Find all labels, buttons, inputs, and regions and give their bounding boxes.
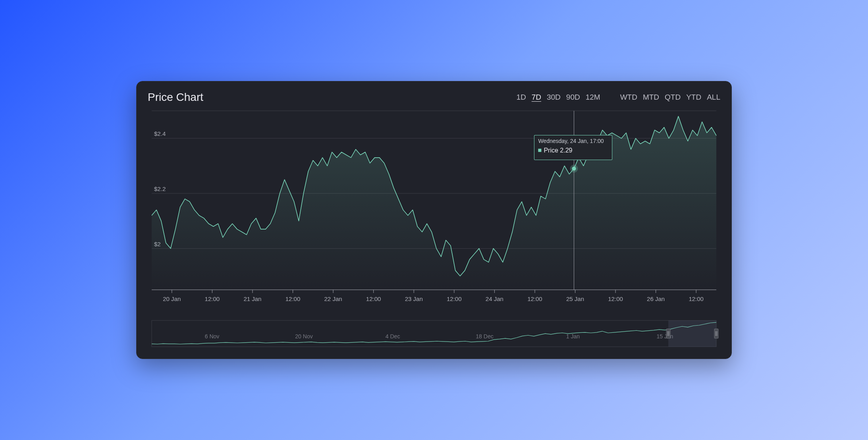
svg-text:25 Jan: 25 Jan xyxy=(566,295,584,302)
svg-text:Price 2.29: Price 2.29 xyxy=(544,146,572,153)
chart-tooltip: Wednesday, 24 Jan, 17:00 Price 2.29 xyxy=(534,135,612,160)
svg-text:$2.2: $2.2 xyxy=(154,185,166,192)
svg-text:$2.4: $2.4 xyxy=(154,130,166,137)
chart-title: Price Chart xyxy=(148,91,203,104)
range-tab-7d[interactable]: 7D xyxy=(532,93,541,102)
svg-text:12:00: 12:00 xyxy=(285,295,301,302)
range-tab-12m[interactable]: 12M xyxy=(586,93,600,102)
svg-text:Wednesday, 24 Jan, 17:00: Wednesday, 24 Jan, 17:00 xyxy=(538,138,604,144)
svg-text:20 Jan: 20 Jan xyxy=(163,295,181,302)
svg-rect-51 xyxy=(666,329,670,338)
svg-text:20 Nov: 20 Nov xyxy=(295,333,312,340)
svg-rect-41 xyxy=(538,149,541,152)
range-tab-ytd[interactable]: YTD xyxy=(686,93,701,102)
svg-text:1 Jan: 1 Jan xyxy=(566,333,580,340)
svg-point-38 xyxy=(572,166,576,170)
svg-text:18 Dec: 18 Dec xyxy=(476,333,493,340)
svg-text:12:00: 12:00 xyxy=(366,295,381,302)
price-chart-card: Price Chart 1D7D30D90D12M WTDMTDQTDYTDAL… xyxy=(136,81,732,359)
range-tab-wtd[interactable]: WTD xyxy=(620,93,637,102)
range-tab-all[interactable]: ALL xyxy=(707,93,720,102)
svg-text:12:00: 12:00 xyxy=(527,295,542,302)
svg-text:24 Jan: 24 Jan xyxy=(486,295,503,302)
range-tab-1d[interactable]: 1D xyxy=(516,93,526,102)
navigator-handle-left[interactable] xyxy=(666,329,670,338)
svg-text:12:00: 12:00 xyxy=(608,295,623,302)
navigator-handle-right[interactable] xyxy=(714,329,718,338)
svg-text:23 Jan: 23 Jan xyxy=(405,295,423,302)
range-tabs: 1D7D30D90D12M WTDMTDQTDYTDALL xyxy=(516,93,720,102)
main-chart[interactable]: $2$2.2$2.420 Jan12:0021 Jan12:0022 Jan12… xyxy=(148,107,720,310)
svg-text:6 Nov: 6 Nov xyxy=(205,333,220,340)
range-tab-mtd[interactable]: MTD xyxy=(643,93,659,102)
navigator-chart[interactable]: 6 Nov20 Nov4 Dec18 Dec1 Jan15 Jan xyxy=(148,320,720,347)
svg-rect-50 xyxy=(668,320,716,347)
svg-rect-54 xyxy=(714,329,718,338)
svg-text:22 Jan: 22 Jan xyxy=(324,295,342,302)
svg-text:12:00: 12:00 xyxy=(447,295,462,302)
range-tab-30d[interactable]: 30D xyxy=(547,93,561,102)
range-tab-90d[interactable]: 90D xyxy=(566,93,580,102)
svg-text:26 Jan: 26 Jan xyxy=(647,295,665,302)
svg-text:12:00: 12:00 xyxy=(205,295,220,302)
svg-text:21 Jan: 21 Jan xyxy=(243,295,261,302)
range-tab-qtd[interactable]: QTD xyxy=(665,93,681,102)
chart-header: Price Chart 1D7D30D90D12M WTDMTDQTDYTDAL… xyxy=(148,91,720,104)
svg-text:4 Dec: 4 Dec xyxy=(386,333,400,340)
svg-text:12:00: 12:00 xyxy=(689,295,704,302)
